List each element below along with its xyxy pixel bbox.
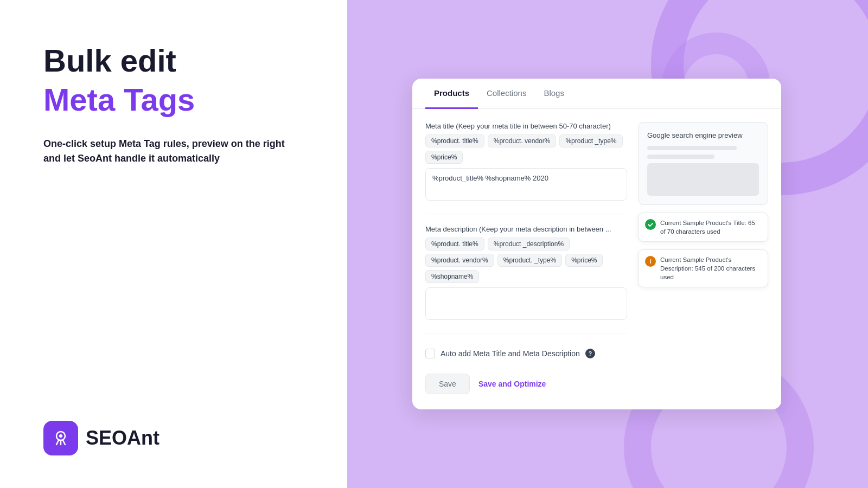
- preview-line-1: [647, 146, 737, 150]
- left-panel: Bulk edit Meta Tags One-click setup Meta…: [0, 0, 347, 488]
- meta-description-field: Meta description (Keep your meta descrip…: [425, 225, 627, 322]
- svg-text:i: i: [650, 259, 652, 265]
- divider-1: [425, 214, 627, 214]
- logo-text: SEOAnt: [86, 427, 159, 450]
- status-green-text: Current Sample Product's Title: 65 of 70…: [660, 219, 761, 236]
- auto-add-row: Auto add Meta Title and Meta Description…: [425, 344, 627, 363]
- tab-blogs[interactable]: Blogs: [535, 79, 573, 109]
- tag-product-title[interactable]: %product. title%: [425, 134, 484, 147]
- tag-desc-product-title[interactable]: %product. title%: [425, 237, 484, 251]
- tag-desc-price[interactable]: %price%: [565, 254, 603, 267]
- headline-purple: Meta Tags: [43, 82, 315, 117]
- tag-desc-shopname[interactable]: %shopname%: [425, 270, 479, 283]
- tag-desc-product-vendor[interactable]: %product. vendor%: [425, 254, 494, 267]
- logo-area: SEOAnt: [43, 421, 315, 455]
- meta-description-textarea[interactable]: [425, 287, 627, 320]
- save-optimize-button[interactable]: Save and Optimize: [478, 380, 546, 388]
- tabs-bar: Products Collections Blogs: [412, 79, 781, 109]
- tag-price[interactable]: %price%: [425, 151, 463, 164]
- svg-line-2: [56, 440, 59, 445]
- status-orange-text: Current Sample Product's Description: 54…: [660, 255, 761, 281]
- main-card: Products Collections Blogs Meta title (K…: [412, 79, 781, 409]
- meta-title-tags: %product. title% %product. vendor% %prod…: [425, 134, 627, 164]
- tag-product-vendor[interactable]: %product. vendor%: [488, 134, 557, 147]
- check-icon: [645, 219, 656, 230]
- seoant-logo-icon: [43, 421, 78, 455]
- auto-add-checkbox[interactable]: [425, 349, 435, 358]
- preview-block: [647, 163, 759, 196]
- tab-products[interactable]: Products: [425, 79, 478, 109]
- meta-description-tags: %product. title% %product _description% …: [425, 237, 627, 283]
- meta-title-textarea[interactable]: [425, 168, 627, 201]
- svg-point-1: [59, 434, 62, 438]
- preview-title: Google search engine preview: [647, 131, 759, 139]
- status-orange-badge: i Current Sample Product's Description: …: [638, 249, 768, 287]
- help-icon[interactable]: ?: [585, 349, 595, 358]
- buttons-row: Save Save and Optimize: [425, 371, 627, 396]
- meta-description-label: Meta description (Keep your meta descrip…: [425, 225, 627, 233]
- divider-2: [425, 333, 627, 333]
- subtext: One-click setup Meta Tag rules, preview …: [43, 137, 304, 166]
- save-button[interactable]: Save: [425, 374, 470, 394]
- preview-line-2: [647, 155, 714, 159]
- right-panel: Products Collections Blogs Meta title (K…: [347, 0, 868, 488]
- tag-desc-product-type[interactable]: %product. _type%: [497, 254, 562, 267]
- tag-desc-product-description[interactable]: %product _description%: [488, 237, 570, 251]
- svg-line-3: [63, 440, 65, 445]
- google-preview-box: Google search engine preview: [638, 122, 768, 205]
- status-green-badge: Current Sample Product's Title: 65 of 70…: [638, 213, 768, 242]
- headline-black: Bulk edit: [43, 43, 315, 78]
- preview-section: Google search engine preview Current Sam…: [638, 122, 768, 396]
- form-section: Meta title (Keep your meta title in betw…: [425, 122, 627, 396]
- info-icon: i: [645, 256, 656, 267]
- tab-collections[interactable]: Collections: [478, 79, 535, 109]
- card-body: Meta title (Keep your meta title in betw…: [412, 109, 781, 409]
- auto-add-label: Auto add Meta Title and Meta Description: [441, 349, 580, 358]
- tag-product-type[interactable]: %product _type%: [559, 134, 622, 147]
- meta-title-field: Meta title (Keep your meta title in betw…: [425, 122, 627, 203]
- meta-title-label: Meta title (Keep your meta title in betw…: [425, 122, 627, 130]
- left-content: Bulk edit Meta Tags One-click setup Meta…: [43, 43, 315, 166]
